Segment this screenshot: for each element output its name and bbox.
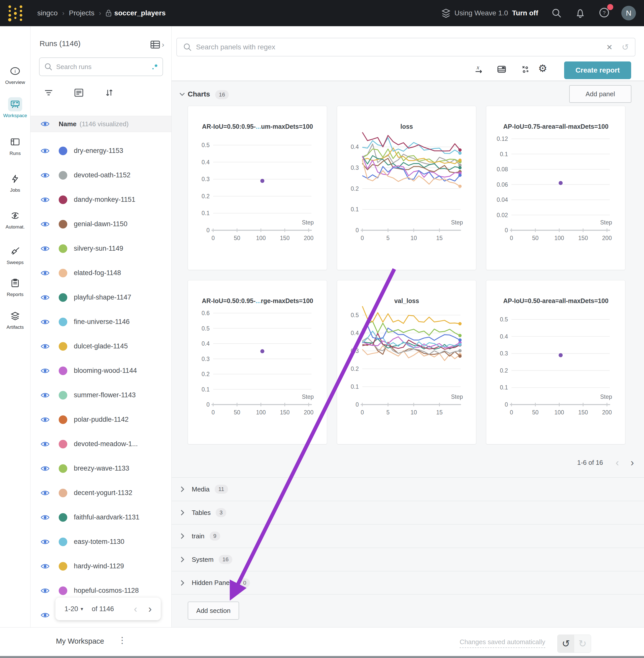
run-name-link[interactable]: silvery-sun-1149 [74, 244, 123, 253]
sidebar-item-sweeps[interactable]: Sweeps [0, 244, 30, 265]
charts-page-label: 1-6 of 16 [577, 459, 603, 467]
run-name-link[interactable]: breezy-wave-1133 [74, 465, 129, 472]
eye-icon[interactable] [41, 539, 50, 545]
eye-icon[interactable] [41, 490, 50, 496]
panel-layout-icon[interactable] [496, 64, 507, 75]
eye-icon[interactable] [41, 245, 50, 252]
section-row-train[interactable]: train9 [171, 524, 644, 548]
help-icon[interactable]: ? [599, 7, 610, 19]
chart-panel-ar-iou-0-50-0-95-um-maxdets-100[interactable]: AR-IoU=0.50:0.95-...um-maxDets=10000.10.… [188, 106, 327, 270]
sidebar-item-artifacts[interactable]: Artifacts [0, 309, 30, 330]
expand-runs-chevron-icon[interactable]: › [162, 40, 164, 49]
charts-next-page-button[interactable]: › [631, 457, 634, 468]
eye-icon[interactable] [41, 270, 50, 276]
workspace-menu-kebab-icon[interactable]: ⋮ [118, 635, 127, 645]
section-row-hidden-panels[interactable]: Hidden Panels0 [171, 571, 644, 594]
eye-icon[interactable] [41, 343, 50, 349]
page-range-dropdown[interactable]: 1-20 [65, 605, 78, 613]
regex-toggle-icon[interactable]: .* [152, 63, 158, 71]
filter-icon[interactable] [44, 88, 54, 98]
run-name-link[interactable]: fine-universe-1146 [74, 318, 130, 326]
eye-icon[interactable] [41, 441, 50, 447]
section-row-media[interactable]: Media11 [171, 477, 644, 501]
breadcrumb-project[interactable]: soccer_players [114, 9, 165, 17]
search-icon[interactable] [551, 8, 562, 18]
eye-icon[interactable] [41, 588, 50, 594]
run-name-link[interactable]: genial-dawn-1150 [74, 220, 128, 228]
list-settings-icon[interactable] [74, 88, 84, 98]
eye-icon[interactable] [41, 392, 50, 398]
eye-icon[interactable] [41, 148, 50, 154]
redo-button[interactable]: ↻ [574, 635, 591, 653]
run-name-link[interactable]: devoted-oath-1152 [74, 171, 131, 179]
chart-panel-ap-iou-0-75-area-all-maxdets-100[interactable]: AP-IoU=0.75-area=all-maxDets=10000.020.0… [486, 106, 625, 270]
prev-page-button[interactable]: ‹ [134, 603, 137, 615]
run-name-link[interactable]: hardy-wind-1129 [74, 562, 124, 570]
sort-icon[interactable] [104, 88, 114, 98]
chart-panel-val-loss[interactable]: val_loss00.10.20.30.40.5051015Step [337, 280, 476, 444]
run-name-link[interactable]: faithful-aardvark-1131 [74, 513, 140, 521]
eye-icon[interactable] [41, 368, 50, 374]
eye-icon[interactable] [41, 295, 50, 301]
run-name-link[interactable]: decent-yogurt-1132 [74, 489, 132, 497]
name-column-header[interactable]: Name [59, 120, 76, 128]
run-name-link[interactable]: playful-shape-1147 [74, 293, 131, 301]
eye-icon[interactable] [41, 172, 50, 178]
history-icon[interactable]: ↺ [622, 42, 629, 52]
eye-icon[interactable] [41, 612, 50, 618]
breadcrumb-entity[interactable]: singco [37, 9, 58, 17]
avatar[interactable]: N [621, 6, 636, 20]
sidebar-item-jobs[interactable]: Jobs [0, 172, 30, 193]
chart-panel-loss[interactable]: loss00.10.20.30.4051015Step [337, 106, 476, 270]
turn-off-weave-button[interactable]: Turn off [512, 9, 538, 17]
run-name-link[interactable]: devoted-meadow-1... [74, 440, 138, 448]
caret-down-icon[interactable]: ▾ [80, 606, 83, 612]
run-name-link[interactable]: dry-energy-1153 [74, 147, 123, 155]
sidebar-item-workspace[interactable]: Workspace [0, 97, 30, 118]
wandb-logo-icon[interactable] [6, 4, 24, 22]
sidebar-item-overview[interactable]: iOverview [0, 64, 30, 85]
eye-icon[interactable] [41, 319, 50, 325]
notifications-bell-icon[interactable] [575, 8, 585, 18]
x-axis-settings-icon[interactable]: x [474, 64, 484, 75]
sidebar-item-automat[interactable]: Automat. [0, 209, 30, 230]
runs-table-icon[interactable] [150, 40, 160, 49]
run-name-link[interactable]: elated-fog-1148 [74, 269, 121, 277]
undo-button[interactable]: ↺ [557, 635, 574, 653]
run-name-link[interactable]: dandy-monkey-1151 [74, 196, 135, 204]
panel-search-input[interactable] [196, 43, 606, 51]
scatter-settings-icon[interactable] [520, 64, 530, 75]
eye-icon[interactable] [41, 466, 50, 472]
eye-icon[interactable] [41, 121, 50, 127]
runs-search-input[interactable] [56, 63, 152, 71]
eye-icon[interactable] [41, 563, 50, 569]
run-name-link[interactable]: blooming-wood-1144 [74, 367, 137, 375]
run-name-link[interactable]: polar-puddle-1142 [74, 416, 129, 423]
sidebar-item-runs[interactable]: Runs [0, 135, 30, 156]
section-row-system[interactable]: System16 [171, 548, 644, 571]
create-report-button[interactable]: Create report [564, 62, 631, 79]
chevron-down-icon[interactable] [179, 92, 185, 96]
chart-panel-ar-iou-0-50-0-95-rge-maxdets-100[interactable]: AR-IoU=0.50:0.95-...rge-maxDets=10000.10… [188, 280, 327, 444]
workspace-name-label[interactable]: My Workspace [56, 637, 104, 645]
eye-icon[interactable] [41, 221, 50, 227]
add-section-button[interactable]: Add section [188, 602, 239, 620]
eye-icon[interactable] [41, 514, 50, 520]
clear-search-icon[interactable]: ✕ [606, 43, 613, 52]
breadcrumb-projects[interactable]: Projects [69, 9, 94, 17]
run-name-link[interactable]: dulcet-glade-1145 [74, 342, 128, 350]
chart-panel-ap-iou-0-50-area-all-maxdets-100[interactable]: AP-IoU=0.50-area=all-maxDets=10000.10.20… [486, 280, 625, 444]
add-panel-button[interactable]: Add panel [569, 85, 631, 103]
svg-text:0.1: 0.1 [202, 210, 210, 216]
settings-gear-icon[interactable]: ⚙ [538, 63, 547, 74]
sidebar-item-reports[interactable]: Reports [0, 276, 30, 297]
run-name-link[interactable]: easy-totem-1130 [74, 538, 124, 546]
charts-prev-page-button[interactable]: ‹ [616, 457, 619, 468]
next-page-button[interactable]: › [148, 603, 152, 615]
eye-icon[interactable] [41, 417, 50, 423]
run-name-link[interactable]: hopeful-cosmos-1128 [74, 587, 139, 594]
charts-section-title[interactable]: Charts16 [188, 90, 229, 99]
section-row-tables[interactable]: Tables3 [171, 501, 644, 524]
run-name-link[interactable]: summer-flower-1143 [74, 391, 136, 399]
eye-icon[interactable] [41, 197, 50, 203]
